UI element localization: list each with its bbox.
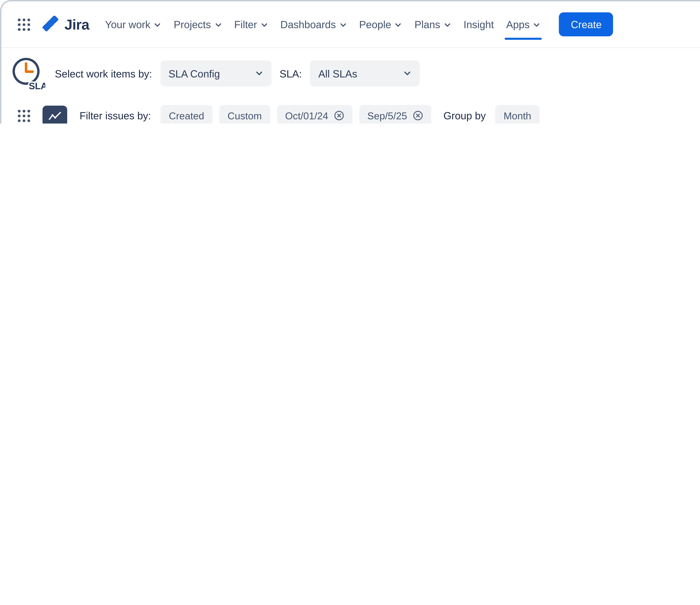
jira-logo[interactable]: Jira	[43, 16, 89, 33]
nav-item-dashboards[interactable]: Dashboards	[274, 12, 353, 36]
nav-item-label: Plans	[415, 19, 440, 30]
create-button[interactable]: Create	[559, 12, 613, 36]
nav-item-label: Projects	[174, 19, 211, 30]
nav-item-filter[interactable]: Filter	[228, 12, 274, 36]
select-work-items-label: Select work items by:	[55, 68, 152, 79]
nav-item-label: Insight	[464, 19, 494, 30]
nav-item-people[interactable]: People	[353, 12, 408, 36]
nav-item-projects[interactable]: Projects	[168, 12, 228, 36]
chevron-down-icon	[255, 69, 263, 78]
jira-mark-icon	[43, 16, 60, 33]
work-items-dropdown-value: SLA Config	[169, 68, 220, 79]
chip-date-from[interactable]: Oct/01/24	[277, 105, 352, 123]
nav-item-insight[interactable]: Insight	[457, 12, 500, 36]
line-chart-icon	[48, 110, 62, 121]
nav-item-label: People	[359, 19, 391, 30]
nav-item-plans[interactable]: Plans	[408, 12, 457, 36]
app-switcher-icon[interactable]	[12, 13, 36, 36]
chevron-down-icon	[154, 21, 161, 29]
chevron-down-icon	[339, 21, 347, 29]
sla-logo-text: SLA	[29, 81, 45, 91]
chip-label: Created	[169, 110, 204, 121]
chart-view-toggle[interactable]	[43, 105, 67, 123]
work-items-dropdown[interactable]: SLA Config	[160, 60, 271, 87]
nav-item-label: Dashboards	[280, 19, 336, 30]
nav-item-label: Filter	[234, 19, 257, 30]
group-by-label: Group by	[444, 110, 486, 121]
filter-bar: Filter issues by: Created Custom Oct/01/…	[1, 99, 700, 123]
sla-app-logo: SLA	[10, 55, 45, 91]
nav-item-apps[interactable]: Apps	[500, 12, 547, 36]
top-navigation: Jira Your work Projects Filter Dashboard…	[1, 1, 700, 48]
chip-label: Custom	[227, 110, 262, 121]
chevron-down-icon	[260, 21, 268, 29]
app-window: Jira Your work Projects Filter Dashboard…	[0, 0, 700, 123]
chip-created[interactable]: Created	[160, 105, 212, 123]
chip-label: Month	[504, 110, 531, 121]
chevron-down-icon	[395, 21, 402, 29]
chip-group-by-month[interactable]: Month	[495, 105, 540, 123]
nav-item-label: Apps	[506, 19, 530, 30]
chevron-down-icon	[214, 21, 222, 29]
chip-custom[interactable]: Custom	[219, 105, 270, 123]
primary-nav: Your work Projects Filter Dashboards Peo…	[99, 12, 547, 36]
nav-item-label: Your work	[105, 19, 150, 30]
nav-item-your-work[interactable]: Your work	[99, 12, 168, 36]
sla-dropdown[interactable]: All SLAs	[310, 60, 420, 87]
chevron-down-icon	[403, 69, 411, 78]
chevron-down-icon	[533, 21, 541, 29]
filter-issues-label: Filter issues by:	[79, 110, 151, 121]
chip-label: Sep/5/25	[367, 110, 407, 121]
sla-toolbar: SLA Select work items by: SLA Config SLA…	[1, 48, 700, 99]
sla-label: SLA:	[280, 68, 302, 79]
remove-chip-icon[interactable]	[412, 111, 423, 121]
remove-chip-icon[interactable]	[334, 111, 344, 121]
chevron-down-icon	[444, 21, 451, 29]
chip-label: Oct/01/24	[285, 110, 328, 121]
chip-date-to[interactable]: Sep/5/25	[359, 105, 431, 123]
grid-view-toggle-icon[interactable]	[12, 104, 36, 123]
jira-wordmark: Jira	[65, 16, 89, 33]
sla-dropdown-value: All SLAs	[318, 68, 357, 79]
